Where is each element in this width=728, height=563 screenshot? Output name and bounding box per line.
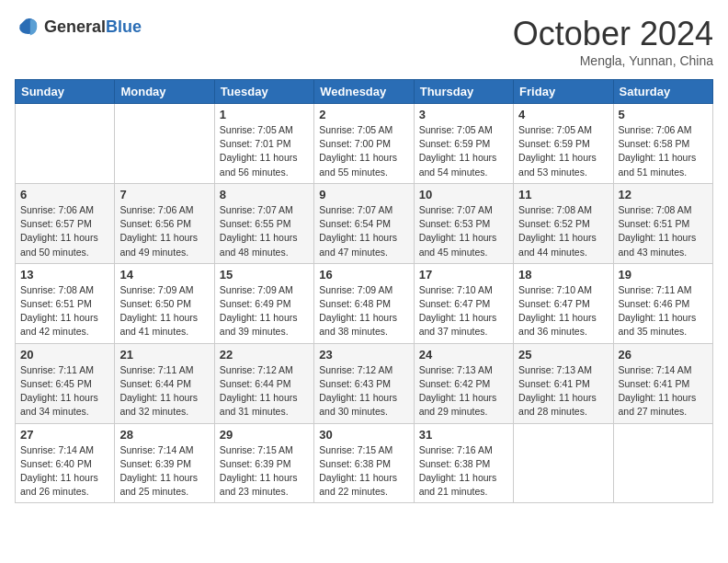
day-number: 11 bbox=[518, 188, 608, 201]
calendar-cell: 29Sunrise: 7:15 AMSunset: 6:39 PMDayligh… bbox=[214, 423, 313, 503]
sunset-text: Sunset: 6:53 PM bbox=[419, 218, 491, 229]
day-number: 30 bbox=[319, 428, 408, 442]
cell-data: Sunrise: 7:09 AMSunset: 6:50 PMDaylight:… bbox=[119, 283, 209, 339]
sunrise-text: Sunrise: 7:09 AM bbox=[220, 284, 293, 295]
day-number: 26 bbox=[619, 348, 708, 362]
sunrise-text: Sunrise: 7:11 AM bbox=[119, 364, 193, 375]
day-number: 2 bbox=[319, 108, 408, 121]
sunset-text: Sunset: 6:39 PM bbox=[220, 458, 291, 469]
calendar-cell: 19Sunrise: 7:11 AMSunset: 6:46 PMDayligh… bbox=[613, 263, 712, 343]
sunrise-text: Sunrise: 7:12 AM bbox=[319, 364, 392, 375]
sunrise-text: Sunrise: 7:11 AM bbox=[619, 284, 692, 295]
daylight-text: Daylight: 11 hours and 43 minutes. bbox=[619, 232, 697, 257]
sunset-text: Sunset: 6:50 PM bbox=[119, 298, 191, 309]
month-title: October 2024 bbox=[513, 15, 713, 53]
cell-data: Sunrise: 7:08 AMSunset: 6:52 PMDaylight:… bbox=[518, 203, 608, 259]
sunset-text: Sunset: 6:40 PM bbox=[20, 458, 92, 469]
calendar-cell: 9Sunrise: 7:07 AMSunset: 6:54 PMDaylight… bbox=[314, 183, 414, 263]
calendar-cell bbox=[115, 104, 214, 184]
sunset-text: Sunset: 7:00 PM bbox=[319, 138, 391, 149]
day-number: 14 bbox=[119, 268, 209, 282]
sunset-text: Sunset: 6:47 PM bbox=[419, 298, 491, 309]
sunrise-text: Sunrise: 7:10 AM bbox=[518, 284, 592, 295]
cell-data: Sunrise: 7:07 AMSunset: 6:53 PMDaylight:… bbox=[419, 203, 508, 259]
cell-data: Sunrise: 7:11 AMSunset: 6:44 PMDaylight:… bbox=[119, 363, 209, 419]
sunset-text: Sunset: 6:42 PM bbox=[419, 378, 491, 389]
day-number: 23 bbox=[319, 348, 408, 362]
day-number: 16 bbox=[319, 268, 408, 282]
daylight-text: Daylight: 11 hours and 34 minutes. bbox=[20, 392, 98, 417]
cell-data: Sunrise: 7:06 AMSunset: 6:58 PMDaylight:… bbox=[619, 123, 708, 179]
day-number: 9 bbox=[319, 188, 408, 201]
sunrise-text: Sunrise: 7:09 AM bbox=[119, 284, 193, 295]
sunrise-text: Sunrise: 7:09 AM bbox=[319, 284, 392, 295]
sunset-text: Sunset: 6:46 PM bbox=[619, 298, 690, 309]
sunrise-text: Sunrise: 7:16 AM bbox=[419, 444, 493, 455]
cell-data: Sunrise: 7:13 AMSunset: 6:41 PMDaylight:… bbox=[518, 363, 608, 419]
cell-data: Sunrise: 7:05 AMSunset: 7:00 PMDaylight:… bbox=[319, 123, 408, 179]
day-number: 20 bbox=[20, 348, 109, 362]
sunset-text: Sunset: 6:41 PM bbox=[619, 378, 690, 389]
cell-data: Sunrise: 7:07 AMSunset: 6:54 PMDaylight:… bbox=[319, 203, 408, 259]
sunset-text: Sunset: 6:52 PM bbox=[518, 218, 590, 229]
cell-data: Sunrise: 7:12 AMSunset: 6:43 PMDaylight:… bbox=[319, 363, 408, 419]
day-number: 19 bbox=[619, 268, 708, 282]
sunrise-text: Sunrise: 7:07 AM bbox=[319, 204, 392, 215]
calendar-cell: 23Sunrise: 7:12 AMSunset: 6:43 PMDayligh… bbox=[314, 343, 414, 423]
daylight-text: Daylight: 11 hours and 55 minutes. bbox=[319, 152, 397, 177]
day-number: 22 bbox=[220, 348, 309, 362]
calendar-cell: 1Sunrise: 7:05 AMSunset: 7:01 PMDaylight… bbox=[214, 104, 313, 184]
daylight-text: Daylight: 11 hours and 35 minutes. bbox=[619, 312, 697, 337]
calendar-cell: 10Sunrise: 7:07 AMSunset: 6:53 PMDayligh… bbox=[414, 183, 513, 263]
sunset-text: Sunset: 6:56 PM bbox=[119, 218, 191, 229]
day-number: 17 bbox=[419, 268, 508, 282]
cell-data: Sunrise: 7:05 AMSunset: 6:59 PMDaylight:… bbox=[518, 123, 608, 179]
calendar-cell: 20Sunrise: 7:11 AMSunset: 6:45 PMDayligh… bbox=[16, 343, 115, 423]
daylight-text: Daylight: 11 hours and 30 minutes. bbox=[319, 392, 397, 417]
calendar-cell: 27Sunrise: 7:14 AMSunset: 6:40 PMDayligh… bbox=[16, 423, 115, 503]
cell-data: Sunrise: 7:11 AMSunset: 6:45 PMDaylight:… bbox=[20, 363, 109, 419]
sunset-text: Sunset: 6:48 PM bbox=[319, 298, 391, 309]
sunset-text: Sunset: 6:58 PM bbox=[619, 138, 690, 149]
calendar-cell bbox=[16, 104, 115, 184]
calendar-cell: 18Sunrise: 7:10 AMSunset: 6:47 PMDayligh… bbox=[514, 263, 613, 343]
calendar-cell: 24Sunrise: 7:13 AMSunset: 6:42 PMDayligh… bbox=[414, 343, 513, 423]
daylight-text: Daylight: 11 hours and 21 minutes. bbox=[419, 472, 497, 497]
sunrise-text: Sunrise: 7:14 AM bbox=[20, 444, 94, 455]
weekday-header-monday: Monday bbox=[115, 80, 214, 104]
calendar-table: SundayMondayTuesdayWednesdayThursdayFrid… bbox=[15, 79, 713, 503]
daylight-text: Daylight: 11 hours and 28 minutes. bbox=[518, 392, 597, 417]
daylight-text: Daylight: 11 hours and 29 minutes. bbox=[419, 392, 497, 417]
cell-data: Sunrise: 7:10 AMSunset: 6:47 PMDaylight:… bbox=[518, 283, 608, 339]
sunset-text: Sunset: 6:38 PM bbox=[419, 458, 491, 469]
day-number: 29 bbox=[220, 428, 309, 442]
calendar-row-0: 1Sunrise: 7:05 AMSunset: 7:01 PMDaylight… bbox=[16, 104, 713, 184]
daylight-text: Daylight: 11 hours and 23 minutes. bbox=[220, 472, 298, 497]
sunset-text: Sunset: 6:38 PM bbox=[319, 458, 391, 469]
sunrise-text: Sunrise: 7:06 AM bbox=[619, 124, 692, 135]
day-number: 21 bbox=[119, 348, 209, 362]
cell-data: Sunrise: 7:05 AMSunset: 7:01 PMDaylight:… bbox=[220, 123, 309, 179]
weekday-header-friday: Friday bbox=[514, 80, 613, 104]
logo-icon bbox=[15, 15, 40, 40]
cell-data: Sunrise: 7:09 AMSunset: 6:48 PMDaylight:… bbox=[319, 283, 408, 339]
calendar-row-1: 6Sunrise: 7:06 AMSunset: 6:57 PMDaylight… bbox=[16, 183, 713, 263]
daylight-text: Daylight: 11 hours and 42 minutes. bbox=[20, 312, 98, 337]
location: Mengla, Yunnan, China bbox=[513, 53, 713, 68]
daylight-text: Daylight: 11 hours and 22 minutes. bbox=[319, 472, 397, 497]
cell-data: Sunrise: 7:08 AMSunset: 6:51 PMDaylight:… bbox=[20, 283, 109, 339]
day-number: 1 bbox=[220, 108, 309, 121]
day-number: 13 bbox=[20, 268, 109, 282]
day-number: 4 bbox=[518, 108, 608, 121]
sunrise-text: Sunrise: 7:14 AM bbox=[619, 364, 692, 375]
daylight-text: Daylight: 11 hours and 44 minutes. bbox=[518, 232, 597, 257]
sunset-text: Sunset: 6:57 PM bbox=[20, 218, 92, 229]
daylight-text: Daylight: 11 hours and 26 minutes. bbox=[20, 472, 98, 497]
daylight-text: Daylight: 11 hours and 50 minutes. bbox=[20, 232, 98, 257]
cell-data: Sunrise: 7:14 AMSunset: 6:39 PMDaylight:… bbox=[119, 443, 209, 500]
weekday-header-wednesday: Wednesday bbox=[314, 80, 414, 104]
sunrise-text: Sunrise: 7:12 AM bbox=[220, 364, 293, 375]
day-number: 7 bbox=[119, 188, 209, 201]
cell-data: Sunrise: 7:05 AMSunset: 6:59 PMDaylight:… bbox=[419, 123, 508, 179]
sunset-text: Sunset: 6:59 PM bbox=[419, 138, 491, 149]
